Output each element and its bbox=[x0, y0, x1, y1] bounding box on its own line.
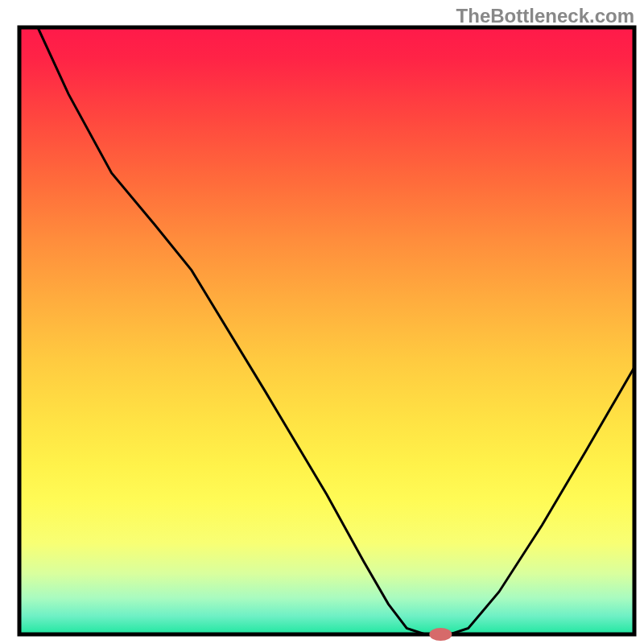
bottleneck-chart bbox=[0, 0, 644, 644]
watermark-text: TheBottleneck.com bbox=[456, 5, 634, 27]
optimal-marker bbox=[429, 628, 452, 641]
plot-background bbox=[19, 27, 634, 634]
chart-container: TheBottleneck.com bbox=[0, 0, 644, 644]
